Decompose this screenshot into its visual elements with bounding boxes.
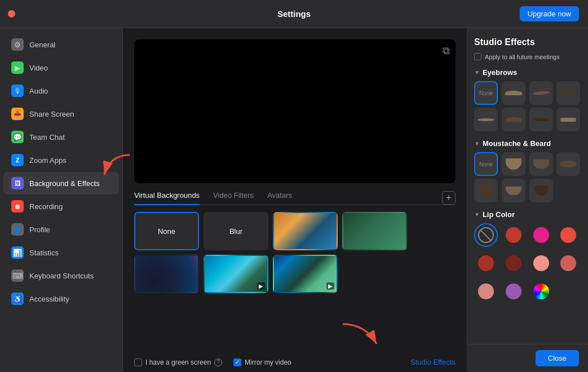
eyebrow-7[interactable] <box>556 108 580 131</box>
eyebrow-4[interactable] <box>474 108 498 131</box>
backgrounds-grid: None Blur ▶ ▶ <box>134 212 456 293</box>
fullscreen-icon[interactable]: ⧉ <box>443 45 450 57</box>
sidebar-item-statistics[interactable]: 📊 Statistics <box>3 241 119 264</box>
lip-color-red1 <box>506 227 521 243</box>
lip-crimson[interactable] <box>474 251 498 275</box>
beard-none[interactable]: None <box>474 152 498 176</box>
sidebar-item-team-chat[interactable]: 💬 Team Chat <box>3 126 119 148</box>
bg-none-thumb[interactable]: None <box>134 212 199 250</box>
beard-section-header[interactable]: ▼ Moustache & Beard <box>474 139 581 148</box>
sidebar-item-share-screen[interactable]: 📤 Share Screen <box>3 103 119 125</box>
studio-effects-title: Studio Effects <box>474 37 581 47</box>
video-indicator-icon: ▶ <box>257 282 265 290</box>
eyebrow-none[interactable]: None <box>474 81 498 105</box>
sidebar-item-profile[interactable]: 👤 Profile <box>3 218 119 241</box>
bg-none-label: None <box>135 213 198 249</box>
sidebar-label-recording: Recording <box>29 202 63 211</box>
keyboard-icon: ⌨ <box>11 269 24 282</box>
help-icon[interactable]: ? <box>214 358 222 366</box>
share-icon: 📤 <box>11 108 24 120</box>
access-icon: ♿ <box>11 293 24 305</box>
lip-rainbow[interactable] <box>529 280 553 303</box>
close-traffic-light[interactable] <box>8 10 15 17</box>
sidebar-item-general[interactable]: ⚙ General <box>3 33 119 56</box>
lip-none[interactable] <box>474 223 498 247</box>
lip-mauve[interactable] <box>474 280 498 303</box>
mirror-video-checkbox[interactable] <box>233 358 241 366</box>
sidebar-item-video[interactable]: ▶ Video <box>3 56 119 79</box>
add-background-button[interactable]: + <box>442 191 456 205</box>
eyebrow-3[interactable] <box>556 81 580 105</box>
beard-shape-1 <box>506 158 521 170</box>
window-title: Settings <box>277 9 311 19</box>
video-indicator-icon-2: ▶ <box>326 282 334 290</box>
eyebrows-grid: None <box>474 81 581 131</box>
sidebar-item-keyboard-shortcuts[interactable]: ⌨ Keyboard Shortcuts <box>3 264 119 287</box>
lip-colors-row1 <box>474 223 581 247</box>
beard-3[interactable] <box>556 152 580 176</box>
green-screen-text: I have a green screen <box>145 358 211 366</box>
eyebrow-2[interactable] <box>529 81 553 105</box>
mirror-video-label[interactable]: Mirror my video <box>233 358 291 366</box>
beard-shape-2 <box>533 160 549 169</box>
lip-colors-row3 <box>474 280 581 303</box>
beard-shape-5 <box>506 187 521 195</box>
annotation-arrow-studio <box>337 321 382 349</box>
beard-4[interactable] <box>474 179 498 202</box>
beard-5[interactable] <box>502 179 525 202</box>
eyebrows-section-header[interactable]: ▼ Eyebrows <box>474 68 581 77</box>
lip-color-section-header[interactable]: ▼ Lip Color <box>474 210 581 219</box>
eyebrow-5[interactable] <box>502 108 525 131</box>
green-screen-label[interactable]: I have a green screen ? <box>134 358 222 366</box>
sidebar-label-keyboard: Keyboard Shortcuts <box>29 272 94 280</box>
sidebar-item-zoom-apps[interactable]: Z Zoom Apps <box>3 149 119 171</box>
lip-rose[interactable] <box>556 251 580 275</box>
apply-all-label: Apply to all future meetings <box>485 54 560 60</box>
sidebar-label-statistics: Statistics <box>29 249 59 257</box>
eyebrow-1[interactable] <box>502 81 525 105</box>
tab-avatars[interactable]: Avatars <box>267 191 292 205</box>
lip-purple[interactable] <box>502 280 525 303</box>
close-button[interactable]: Close <box>536 350 579 366</box>
studio-effects-panel: Studio Effects Apply to all future meeti… <box>467 28 588 372</box>
lip-red1[interactable] <box>502 223 525 247</box>
studio-effects-link[interactable]: Studio Effects <box>410 358 456 366</box>
eyebrows-chevron: ▼ <box>474 69 480 76</box>
lip-red2[interactable] <box>556 223 580 247</box>
sidebar-item-audio[interactable]: 🎙 Audio <box>3 79 119 102</box>
bg-space-thumb[interactable] <box>134 255 199 293</box>
audio-icon: 🎙 <box>11 85 24 97</box>
lip-pink1[interactable] <box>529 223 553 247</box>
eyebrow-6[interactable] <box>529 108 553 131</box>
beard-6[interactable] <box>529 179 553 202</box>
tab-video-filters[interactable]: Video Filters <box>213 191 254 205</box>
sidebar-label-share: Share Screen <box>29 110 74 118</box>
sidebar-item-accessibility[interactable]: ♿ Accessibility <box>3 287 119 310</box>
lip-pink2[interactable] <box>529 251 553 275</box>
lip-color-title: Lip Color <box>483 210 515 219</box>
bg-blur-thumb[interactable]: Blur <box>204 212 268 250</box>
sidebar: ⚙ General ▶ Video 🎙 Audio 📤 Share Screen… <box>0 28 123 372</box>
green-screen-checkbox[interactable] <box>134 358 142 366</box>
bg-aurora-thumb[interactable]: ▶ <box>273 255 338 293</box>
tabs-row: Virtual Backgrounds Video Filters Avatar… <box>134 191 456 205</box>
apply-all-row: Apply to all future meetings <box>474 53 581 60</box>
eyebrow-shape-7 <box>560 118 576 122</box>
upgrade-button[interactable]: Upgrade now <box>520 6 579 21</box>
beard-2[interactable] <box>529 152 553 176</box>
bg-tropical-thumb[interactable]: ▶ <box>204 255 268 293</box>
lip-darkred[interactable] <box>502 251 525 275</box>
bg-grass-thumb[interactable] <box>342 212 407 250</box>
bg-golden-gate-thumb[interactable] <box>273 212 338 250</box>
sidebar-item-recording[interactable]: ⏺ Recording <box>3 195 119 218</box>
sidebar-item-bg-effects[interactable]: 🖼 Background & Effects <box>3 172 119 194</box>
lip-color-red2 <box>560 227 576 243</box>
mirror-video-text: Mirror my video <box>245 358 291 366</box>
apply-all-checkbox[interactable] <box>474 53 481 60</box>
beard-shape-6 <box>534 185 548 196</box>
lip-color-pink1 <box>533 227 549 243</box>
tab-virtual-backgrounds[interactable]: Virtual Backgrounds <box>134 191 200 205</box>
lip-color-purple <box>506 284 521 299</box>
beard-1[interactable] <box>502 152 525 176</box>
sidebar-label-chat: Team Chat <box>29 133 65 141</box>
